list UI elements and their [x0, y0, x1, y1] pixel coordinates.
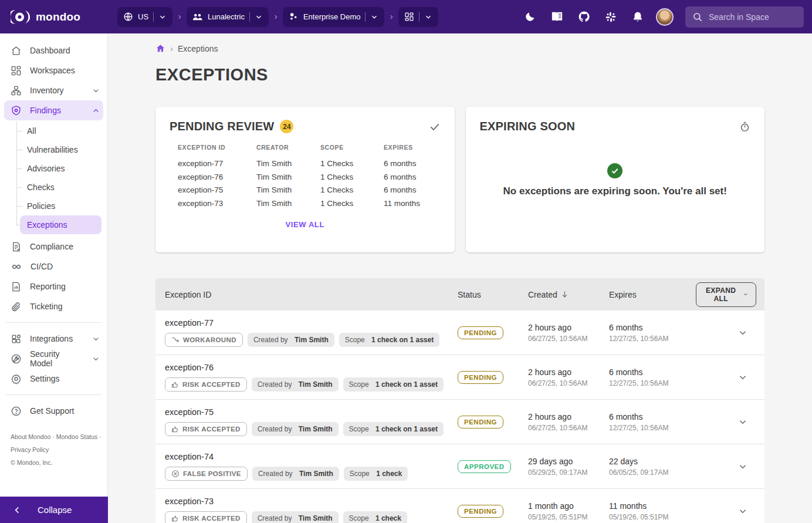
exception-type-chip: RISK ACCEPTED	[165, 377, 247, 392]
view-all-link[interactable]: VIEW ALL	[170, 220, 441, 229]
gear-icon	[11, 373, 22, 384]
created-absolute: 06/27/25, 10:56AM	[528, 335, 609, 343]
search-input[interactable]	[709, 12, 791, 22]
copyright-text: © Mondoo, Inc.	[11, 459, 52, 466]
region-selector[interactable]: US	[117, 7, 172, 27]
sidebar-item-compliance[interactable]: Compliance	[0, 237, 107, 257]
chevron-down-icon	[92, 335, 100, 343]
workspace-grid-icon	[404, 12, 414, 22]
dark-mode-toggle[interactable]	[519, 6, 541, 28]
github-button[interactable]	[573, 6, 595, 28]
search-box[interactable]	[685, 6, 804, 28]
notifications-button[interactable]	[627, 6, 649, 28]
creator-chip: Created by Tim Smith	[252, 377, 339, 392]
sidebar-item-inventory[interactable]: Inventory	[0, 80, 107, 100]
column-header: SCOPE	[320, 144, 384, 159]
expires-absolute: 06/05/25, 09:17AM	[609, 468, 696, 477]
table-row[interactable]: exception-75 Tim Smith 1 Checks 6 months	[178, 185, 432, 199]
slack-button[interactable]	[600, 6, 622, 28]
table-row[interactable]: exception-77 Tim Smith 1 Checks 6 months	[178, 159, 432, 173]
sidebar-item-findings-checks[interactable]: Checks	[20, 178, 102, 197]
expand-row-chevron-icon[interactable]	[737, 372, 748, 383]
table-row[interactable]: exception-76 Tim Smith 1 Checks 6 months	[178, 173, 432, 186]
breadcrumb: › Exceptions	[155, 33, 764, 53]
sidebar-item-cicd[interactable]: CI/CD	[0, 257, 107, 276]
chevron-down-icon[interactable]	[158, 13, 167, 21]
expiring-soon-title: EXPIRING SOON	[480, 120, 576, 133]
space-icon	[289, 12, 299, 22]
exception-row[interactable]: exception-75 RISK ACCEPTED Created by Ti…	[155, 400, 764, 444]
scope-chip: Scope 1 check on 1 asset	[343, 422, 444, 436]
topbar-actions	[519, 6, 804, 28]
privacy-policy-link[interactable]: Privacy Policy	[11, 446, 49, 453]
sidebar-item-findings-vulnerabilities[interactable]: Vulnerabilities	[20, 140, 102, 159]
org-selector[interactable]: Lunalectric	[187, 7, 269, 27]
space-selector[interactable]: Enterprise Demo	[283, 7, 385, 27]
sidebar-item-dashboard[interactable]: Dashboard	[0, 41, 107, 60]
chevron-down-icon[interactable]	[370, 13, 378, 21]
sidebar-item-findings-exceptions[interactable]: Exceptions	[20, 215, 102, 234]
pending-review-title: PENDING REVIEW	[170, 120, 274, 133]
expand-row-chevron-icon[interactable]	[737, 328, 748, 338]
shield-wrench-icon	[11, 353, 22, 365]
sidebar-item-findings[interactable]: Findings	[4, 100, 103, 120]
docs-button[interactable]	[546, 6, 568, 28]
exception-type-chip: WORKAROUND	[165, 333, 243, 347]
pending-count-badge: 24	[280, 120, 293, 133]
exception-row[interactable]: exception-73 RISK ACCEPTED Created by Ti…	[155, 489, 764, 523]
workspaces-icon	[11, 65, 22, 76]
sidebar-item-findings-all[interactable]: All	[20, 122, 102, 140]
sidebar-item-reporting[interactable]: Reporting	[0, 276, 107, 296]
expand-row-chevron-icon[interactable]	[737, 461, 748, 472]
about-mondoo-link[interactable]: About Mondoo · Mondoo Status ·	[11, 433, 102, 440]
expand-row-chevron-icon[interactable]	[737, 506, 748, 517]
chevron-down-icon[interactable]	[424, 13, 432, 21]
sidebar: Dashboard Workspaces Inventory Findings …	[0, 33, 108, 523]
exception-row[interactable]: exception-77 WORKAROUND Created by Tim S…	[155, 311, 764, 355]
sidebar-item-get-support[interactable]: Get Support	[0, 401, 107, 421]
infinity-icon	[11, 261, 22, 272]
sidebar-item-findings-advisories[interactable]: Advisories	[20, 159, 102, 178]
created-absolute: 06/27/25, 10:56AM	[528, 379, 609, 387]
expand-row-chevron-icon[interactable]	[737, 417, 748, 427]
scope-chip: Scope 1 check on 1 asset	[339, 333, 439, 347]
pending-review-card: PENDING REVIEW 24 EXCEPTION ID CREATOR S…	[155, 107, 455, 252]
column-header-created[interactable]: Created	[528, 290, 609, 299]
check-icon	[429, 121, 441, 133]
sidebar-item-integrations[interactable]: Integrations	[0, 329, 107, 349]
exception-id: exception-75	[165, 407, 458, 417]
table-row[interactable]: exception-73 Tim Smith 1 Checks 11 month…	[178, 199, 432, 212]
home-icon[interactable]	[155, 43, 165, 53]
sidebar-item-findings-policies[interactable]: Policies	[20, 197, 102, 215]
column-header-expires: Expires	[609, 290, 696, 299]
book-icon	[551, 11, 563, 22]
status-badge: PENDING	[458, 416, 503, 428]
expiring-soon-card: EXPIRING SOON No exceptions are expiring…	[466, 107, 765, 252]
scope-chip: Scope 1 check	[344, 467, 408, 481]
user-menu[interactable]	[654, 6, 676, 28]
chevron-down-icon	[743, 291, 749, 298]
collapse-sidebar-button[interactable]: Collapse	[0, 497, 108, 523]
sidebar-item-security-model[interactable]: Security Model	[0, 349, 107, 369]
column-header: EXPIRES	[384, 144, 432, 159]
workspace-selector[interactable]	[398, 7, 438, 27]
home-icon	[11, 45, 22, 56]
exception-row[interactable]: exception-74 FALSE POSITIVE Created by T…	[155, 444, 764, 489]
expires-relative: 22 days	[609, 457, 696, 466]
sidebar-item-settings[interactable]: Settings	[0, 369, 107, 389]
risk-accepted-icon	[171, 381, 179, 389]
expand-all-button[interactable]: EXPAND ALL	[696, 282, 756, 307]
exception-id: exception-74	[165, 452, 458, 461]
sidebar-item-workspaces[interactable]: Workspaces	[0, 60, 107, 80]
shield-bug-icon	[11, 105, 22, 116]
creator-chip: Created by Tim Smith	[252, 467, 339, 481]
exception-row[interactable]: exception-76 RISK ACCEPTED Created by Ti…	[155, 355, 764, 400]
mondoo-logo[interactable]: mondoo	[11, 9, 115, 25]
exception-type-chip: RISK ACCEPTED	[165, 511, 247, 523]
chevron-down-icon[interactable]	[255, 13, 263, 21]
false-positive-icon	[171, 470, 180, 478]
sidebar-item-ticketing[interactable]: Ticketing	[0, 296, 107, 316]
exception-id: exception-77	[165, 318, 458, 328]
risk-accepted-icon	[171, 515, 179, 522]
context-selectors: US Lunalectric Enterprise Demo	[117, 7, 438, 27]
